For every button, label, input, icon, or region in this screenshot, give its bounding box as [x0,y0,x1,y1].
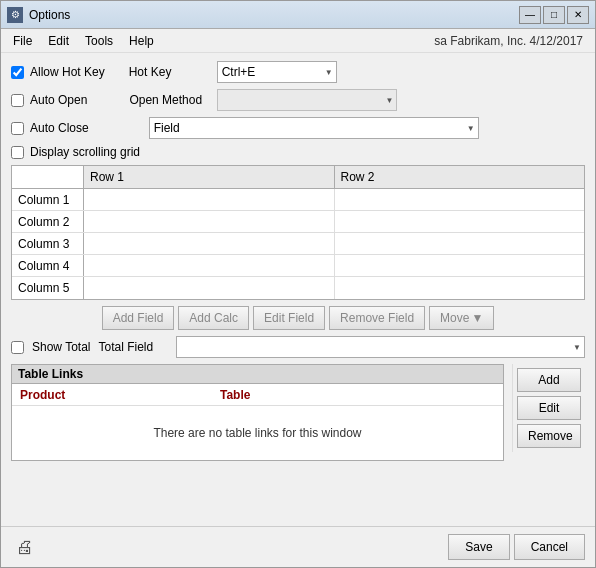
grid-cell-4-2[interactable] [335,255,585,276]
grid-row-1: Column 1 [12,189,584,211]
auto-close-row: Auto Close Field [11,117,585,139]
save-button[interactable]: Save [448,534,509,560]
grid-buttons-row: Add Field Add Calc Edit Field Remove Fie… [11,306,585,330]
hot-key-select[interactable]: Ctrl+E [217,61,337,83]
grid-col-header-1: Row 1 [84,166,335,188]
table-links-empty-message: There are no table links for this window [12,406,503,460]
table-links-remove-button[interactable]: Remove [517,424,581,448]
grid-cell-5-1[interactable] [84,277,335,299]
grid-cell-3-1[interactable] [84,233,335,254]
table-links-body: Product Table There are no table links f… [12,384,503,460]
grid-row-2: Column 2 [12,211,584,233]
grid-cell-3-2[interactable] [335,233,585,254]
edit-field-button[interactable]: Edit Field [253,306,325,330]
tl-col-product-header: Product [12,384,212,405]
grid-header: Row 1 Row 2 [12,166,584,189]
user-info: sa Fabrikam, Inc. 4/12/2017 [434,34,591,48]
grid-row-label-5: Column 5 [12,277,84,299]
minimize-button[interactable]: — [519,6,541,24]
grid-row-label-2: Column 2 [12,211,84,232]
add-field-button[interactable]: Add Field [102,306,175,330]
grid-row-5: Column 5 [12,277,584,299]
add-calc-button[interactable]: Add Calc [178,306,249,330]
auto-close-checkbox-group: Auto Close [11,121,89,135]
display-scrolling-checkbox[interactable] [11,146,24,159]
grid-row-label-3: Column 3 [12,233,84,254]
table-links-header: Table Links [12,365,503,384]
hot-key-label: Hot Key [129,65,209,79]
grid-row-4: Column 4 [12,255,584,277]
table-links-section-row: Table Links Product Table There are no t… [11,364,585,518]
window-controls: — □ ✕ [519,6,589,24]
close-button[interactable]: ✕ [567,6,589,24]
table-links-col-headers: Product Table [12,384,503,406]
show-total-row: Show Total Total Field [11,336,585,358]
open-method-select-wrapper [217,89,397,111]
grid-row-3: Column 3 [12,233,584,255]
cancel-button[interactable]: Cancel [514,534,585,560]
grid-cell-4-1[interactable] [84,255,335,276]
display-scrolling-label: Display scrolling grid [30,145,140,159]
menu-edit[interactable]: Edit [40,32,77,50]
remove-field-button[interactable]: Remove Field [329,306,425,330]
grid-cell-1-2[interactable] [335,189,585,210]
menu-tools[interactable]: Tools [77,32,121,50]
table-links-add-button[interactable]: Add [517,368,581,392]
grid-row-label-4: Column 4 [12,255,84,276]
grid-area: Row 1 Row 2 Column 1 Column 2 Column 3 C… [11,165,585,300]
total-field-label: Total Field [98,340,168,354]
allow-hot-key-checkbox-group: Allow Hot Key [11,65,105,79]
auto-close-checkbox[interactable] [11,122,24,135]
auto-close-field-select[interactable]: Field [149,117,479,139]
auto-open-checkbox-group: Auto Open [11,93,87,107]
menu-file[interactable]: File [5,32,40,50]
hot-key-select-wrapper: Ctrl+E [217,61,337,83]
auto-open-label: Auto Open [30,93,87,107]
tl-col-table-header: Table [212,384,503,405]
auto-open-row: Auto Open Open Method [11,89,585,111]
allow-hot-key-label: Allow Hot Key [30,65,105,79]
move-arrow-icon: ▼ [471,311,483,325]
move-button[interactable]: Move ▼ [429,306,494,330]
open-method-select[interactable] [217,89,397,111]
auto-open-checkbox[interactable] [11,94,24,107]
grid-cell-2-2[interactable] [335,211,585,232]
window-title: Options [29,8,519,22]
main-window: ⚙ Options — □ ✕ File Edit Tools Help sa … [0,0,596,568]
table-links-section: Table Links Product Table There are no t… [11,364,504,461]
print-icon: 🖨 [11,533,39,561]
total-field-select-wrapper [176,336,585,358]
grid-col-header-2: Row 2 [335,166,585,188]
show-total-checkbox[interactable] [11,341,24,354]
show-total-label: Show Total [32,340,90,354]
title-bar: ⚙ Options — □ ✕ [1,1,595,29]
display-scrolling-row: Display scrolling grid [11,145,585,159]
menu-help[interactable]: Help [121,32,162,50]
table-links-edit-button[interactable]: Edit [517,396,581,420]
menu-bar: File Edit Tools Help sa Fabrikam, Inc. 4… [1,29,595,53]
grid-cell-1-1[interactable] [84,189,335,210]
content-area: Allow Hot Key Hot Key Ctrl+E Auto Open O… [1,53,595,526]
open-method-label: Open Method [129,93,209,107]
table-links-content: Product Table There are no table links f… [12,384,503,460]
grid-cell-2-1[interactable] [84,211,335,232]
total-field-select[interactable] [176,336,585,358]
bottom-bar: 🖨 Save Cancel [1,526,595,567]
auto-close-field-wrapper: Field [149,117,479,139]
allow-hot-key-checkbox[interactable] [11,66,24,79]
app-icon: ⚙ [7,7,23,23]
auto-close-label: Auto Close [30,121,89,135]
grid-header-empty [12,166,84,188]
allow-hot-key-row: Allow Hot Key Hot Key Ctrl+E [11,61,585,83]
maximize-button[interactable]: □ [543,6,565,24]
table-links-actions: Add Edit Remove [512,364,585,452]
grid-cell-5-2[interactable] [335,277,585,299]
grid-row-label-1: Column 1 [12,189,84,210]
